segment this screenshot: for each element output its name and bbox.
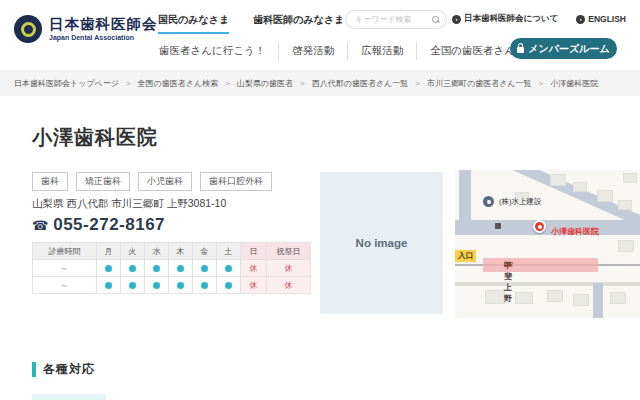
section-accent-bar bbox=[32, 362, 36, 377]
arrow-circle-icon: › bbox=[452, 15, 461, 24]
closed-cell: 休 bbox=[267, 277, 311, 294]
open-cell bbox=[193, 260, 217, 277]
map-company-marker bbox=[483, 196, 494, 207]
open-dot bbox=[201, 282, 208, 289]
clinic-address: 山梨県 西八代郡 市川三郷町 上野3081-10 bbox=[32, 197, 226, 211]
map-building bbox=[623, 173, 637, 183]
open-cell bbox=[169, 277, 193, 294]
open-dot bbox=[153, 282, 160, 289]
header: 日本歯科医師会 Japan Dental Association 国民のみなさま… bbox=[0, 0, 640, 70]
open-dot bbox=[177, 282, 184, 289]
search-input[interactable] bbox=[355, 15, 429, 24]
clinic-photo-placeholder: No image bbox=[320, 172, 443, 314]
map-building bbox=[597, 190, 613, 202]
schedule-row: ～ 休 休 bbox=[33, 260, 311, 277]
closed-cell: 休 bbox=[241, 277, 267, 294]
time-range: ～ bbox=[33, 260, 97, 277]
map-station-band bbox=[483, 258, 598, 272]
closed-cell: 休 bbox=[267, 260, 311, 277]
time-range: ～ bbox=[33, 277, 97, 294]
map-station-label: 甲斐上野 JR bbox=[504, 260, 513, 269]
bus-stop-icon bbox=[495, 223, 501, 229]
english-link[interactable]: › ENGLISH bbox=[576, 13, 626, 25]
page: 日本歯科医師会 Japan Dental Association 国民のみなさま… bbox=[0, 0, 640, 400]
open-cell bbox=[145, 277, 169, 294]
map-building bbox=[515, 292, 533, 304]
utility-links: › 日本歯科医師会について › ENGLISH bbox=[452, 13, 626, 25]
breadcrumb-search[interactable]: 全国の歯医者さん検索 bbox=[138, 78, 219, 89]
phone-number[interactable]: 055-272-8167 bbox=[53, 215, 165, 235]
page-title: 小澤歯科医院 bbox=[32, 124, 158, 151]
schedule-header-row: 診療時間 月 火 水 木 金 土 日 祝祭日 bbox=[33, 243, 311, 260]
schedule-table: 診療時間 月 火 水 木 金 土 日 祝祭日 ～ 休 休 ～ bbox=[32, 242, 311, 294]
tag-oral-surgery: 歯科口腔外科 bbox=[200, 172, 272, 191]
open-cell bbox=[145, 260, 169, 277]
schedule-row: ～ 休 休 bbox=[33, 277, 311, 294]
open-cell bbox=[217, 277, 241, 294]
breadcrumb-home[interactable]: 日本歯科医師会トップページ bbox=[14, 78, 119, 89]
about-link[interactable]: › 日本歯科医師会について bbox=[452, 13, 558, 25]
open-dot bbox=[177, 265, 184, 272]
open-cell bbox=[97, 260, 121, 277]
lock-icon bbox=[517, 47, 524, 53]
department-tags: 歯科 矯正歯科 小児歯科 歯科口腔外科 bbox=[32, 172, 272, 191]
map-company-label: (株)水上建設 bbox=[499, 197, 542, 207]
nav-dentists[interactable]: 歯科医師のみなさま bbox=[253, 13, 344, 34]
nav-pr[interactable]: 広報活動 bbox=[347, 42, 416, 60]
map-building bbox=[618, 240, 634, 252]
open-cell bbox=[121, 260, 145, 277]
breadcrumb-current: 小澤歯科医院 bbox=[550, 78, 598, 89]
tag-pediatric: 小児歯科 bbox=[138, 172, 192, 191]
open-dot bbox=[129, 265, 136, 272]
map-road bbox=[455, 282, 640, 286]
open-cell bbox=[193, 277, 217, 294]
map-building bbox=[618, 200, 632, 210]
keyword-search bbox=[345, 10, 447, 29]
open-dot bbox=[105, 282, 112, 289]
search-icon[interactable] bbox=[432, 16, 440, 24]
main-nav: 歯医者さんに行こう！ 啓発活動 広報活動 全国の歯医者さん検索 bbox=[146, 42, 549, 60]
tag-dentistry: 歯科 bbox=[32, 172, 68, 191]
site-logo[interactable]: 日本歯科医師会 Japan Dental Association bbox=[14, 15, 158, 43]
open-dot bbox=[225, 282, 232, 289]
breadcrumb: 日本歯科医師会トップページ > 全国の歯医者さん検索 > 山梨県の歯医者 > 西… bbox=[0, 70, 640, 96]
section-title: 各種対応 bbox=[43, 361, 95, 378]
open-dot bbox=[225, 265, 232, 272]
map-entrance-badge: 入口 bbox=[455, 250, 476, 262]
open-cell bbox=[121, 277, 145, 294]
open-dot bbox=[105, 265, 112, 272]
nav-awareness[interactable]: 啓発活動 bbox=[278, 42, 347, 60]
clinic-map-label: 小澤歯科医院 bbox=[551, 226, 599, 237]
phone-row: ☎ 055-272-8167 bbox=[32, 215, 165, 235]
open-dot bbox=[201, 265, 208, 272]
nav-go-to-dentist[interactable]: 歯医者さんに行こう！ bbox=[146, 42, 278, 60]
breadcrumb-prefecture[interactable]: 山梨県の歯医者 bbox=[237, 78, 293, 89]
breadcrumb-district[interactable]: 西八代郡の歯医者さん一覧 bbox=[312, 78, 409, 89]
map-road bbox=[593, 283, 603, 318]
nav-citizens[interactable]: 国民のみなさま bbox=[158, 13, 229, 34]
open-dot bbox=[129, 282, 136, 289]
map-building bbox=[610, 292, 626, 304]
logo-subtitle: Japan Dental Association bbox=[49, 34, 158, 41]
open-cell bbox=[169, 260, 193, 277]
map-building bbox=[547, 290, 563, 302]
open-cell bbox=[217, 260, 241, 277]
closed-cell: 休 bbox=[241, 260, 267, 277]
map-building bbox=[573, 182, 587, 192]
tag-orthodontics: 矯正歯科 bbox=[76, 172, 130, 191]
map-building bbox=[573, 294, 589, 306]
support-table-partial bbox=[32, 394, 106, 400]
breadcrumb-town[interactable]: 市川三郷町の歯医者さん一覧 bbox=[427, 78, 532, 89]
open-cell bbox=[97, 277, 121, 294]
open-dot bbox=[153, 265, 160, 272]
members-room-button[interactable]: メンバーズルーム bbox=[510, 38, 617, 59]
audience-nav: 国民のみなさま 歯科医師のみなさま bbox=[158, 13, 344, 34]
location-map[interactable]: 甲斐上野 JR (株)水上建設 小澤歯科医院 入口 bbox=[455, 170, 640, 318]
phone-icon: ☎ bbox=[32, 218, 48, 233]
support-section-heading: 各種対応 bbox=[32, 361, 95, 378]
logo-title: 日本歯科医師会 bbox=[49, 17, 158, 33]
map-building bbox=[550, 174, 566, 186]
map-building bbox=[485, 290, 505, 304]
map-road bbox=[455, 220, 640, 235]
clinic-map-pin[interactable] bbox=[533, 220, 546, 233]
